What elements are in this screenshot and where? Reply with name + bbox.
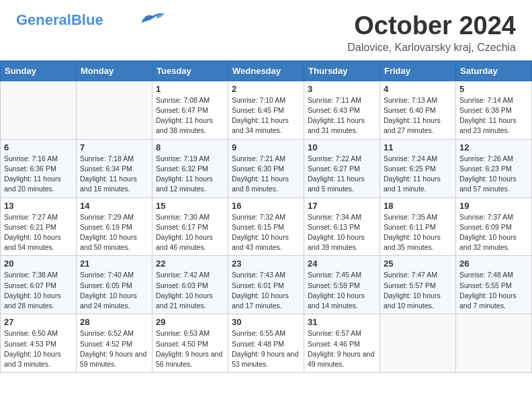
logo-blue: Blue [71,11,103,28]
logo-general: General [16,11,71,28]
day-number: 8 [156,142,224,152]
day-number: 19 [459,201,528,211]
calendar-week-row: 27Sunrise: 6:50 AM Sunset: 4:53 PM Dayli… [1,314,532,373]
calendar-table: SundayMondayTuesdayWednesdayThursdayFrid… [0,60,532,373]
day-of-week-header: Wednesday [228,60,304,81]
day-number: 27 [4,317,73,327]
day-info: Sunrise: 7:14 AM Sunset: 6:38 PM Dayligh… [459,95,528,136]
day-info: Sunrise: 7:32 AM Sunset: 6:15 PM Dayligh… [232,212,300,253]
day-number: 21 [80,259,148,269]
day-number: 23 [232,259,300,269]
calendar-day-cell: 21Sunrise: 7:40 AM Sunset: 6:05 PM Dayli… [77,256,152,314]
calendar-day-cell: 22Sunrise: 7:42 AM Sunset: 6:03 PM Dayli… [152,256,228,314]
day-number: 26 [459,259,528,269]
day-info: Sunrise: 6:53 AM Sunset: 4:50 PM Dayligh… [156,328,224,369]
calendar-day-cell: 20Sunrise: 7:38 AM Sunset: 6:07 PM Dayli… [1,256,77,314]
calendar-day-cell: 24Sunrise: 7:45 AM Sunset: 5:59 PM Dayli… [304,256,380,314]
day-of-week-header: Sunday [1,60,77,81]
day-number: 20 [4,259,73,269]
calendar-day-cell: 14Sunrise: 7:29 AM Sunset: 6:19 PM Dayli… [77,197,152,256]
calendar-day-cell: 9Sunrise: 7:21 AM Sunset: 6:30 PM Daylig… [228,139,304,197]
day-info: Sunrise: 7:34 AM Sunset: 6:13 PM Dayligh… [308,212,376,253]
calendar-day-cell [1,81,77,139]
day-number: 28 [80,317,148,327]
day-info: Sunrise: 7:11 AM Sunset: 6:43 PM Dayligh… [308,95,376,136]
calendar-day-cell: 11Sunrise: 7:24 AM Sunset: 6:25 PM Dayli… [380,139,456,197]
day-info: Sunrise: 7:38 AM Sunset: 6:07 PM Dayligh… [4,270,73,311]
calendar-day-cell: 31Sunrise: 6:57 AM Sunset: 4:46 PM Dayli… [304,314,380,373]
calendar-day-cell: 29Sunrise: 6:53 AM Sunset: 4:50 PM Dayli… [152,314,228,373]
day-number: 14 [80,201,148,211]
calendar-day-cell [456,314,532,373]
calendar-day-cell: 1Sunrise: 7:08 AM Sunset: 6:47 PM Daylig… [152,81,228,139]
calendar-header-row: SundayMondayTuesdayWednesdayThursdayFrid… [1,60,532,81]
day-info: Sunrise: 7:10 AM Sunset: 6:45 PM Dayligh… [232,95,300,136]
calendar-day-cell: 28Sunrise: 6:52 AM Sunset: 4:52 PM Dayli… [77,314,152,373]
day-info: Sunrise: 7:30 AM Sunset: 6:17 PM Dayligh… [156,212,224,253]
day-number: 13 [4,201,73,211]
calendar-day-cell: 8Sunrise: 7:19 AM Sunset: 6:32 PM Daylig… [152,139,228,197]
day-info: Sunrise: 7:26 AM Sunset: 6:23 PM Dayligh… [459,154,528,195]
logo-text: GeneralBlue [16,12,103,28]
calendar-day-cell: 5Sunrise: 7:14 AM Sunset: 6:38 PM Daylig… [456,81,532,139]
day-of-week-header: Saturday [456,60,532,81]
logo: GeneralBlue [16,12,165,28]
day-info: Sunrise: 7:47 AM Sunset: 5:57 PM Dayligh… [384,270,452,311]
calendar-week-row: 13Sunrise: 7:27 AM Sunset: 6:21 PM Dayli… [1,197,532,256]
day-of-week-header: Thursday [304,60,380,81]
calendar-day-cell: 12Sunrise: 7:26 AM Sunset: 6:23 PM Dayli… [456,139,532,197]
day-number: 25 [384,259,452,269]
page-header: GeneralBlue October 2024 Dalovice, Karlo… [0,0,532,60]
calendar-week-row: 1Sunrise: 7:08 AM Sunset: 6:47 PM Daylig… [1,81,532,139]
calendar-day-cell: 19Sunrise: 7:37 AM Sunset: 6:09 PM Dayli… [456,197,532,256]
calendar-day-cell: 10Sunrise: 7:22 AM Sunset: 6:27 PM Dayli… [304,139,380,197]
calendar-day-cell: 2Sunrise: 7:10 AM Sunset: 6:45 PM Daylig… [228,81,304,139]
calendar-day-cell: 30Sunrise: 6:55 AM Sunset: 4:48 PM Dayli… [228,314,304,373]
day-number: 24 [308,259,376,269]
day-info: Sunrise: 7:27 AM Sunset: 6:21 PM Dayligh… [4,212,73,253]
day-info: Sunrise: 6:55 AM Sunset: 4:48 PM Dayligh… [232,328,300,369]
calendar-day-cell: 15Sunrise: 7:30 AM Sunset: 6:17 PM Dayli… [152,197,228,256]
day-number: 4 [384,84,452,94]
day-info: Sunrise: 7:48 AM Sunset: 5:55 PM Dayligh… [459,270,528,311]
day-info: Sunrise: 7:43 AM Sunset: 6:01 PM Dayligh… [232,270,300,311]
day-info: Sunrise: 6:52 AM Sunset: 4:52 PM Dayligh… [80,328,148,369]
calendar-day-cell: 4Sunrise: 7:13 AM Sunset: 6:40 PM Daylig… [380,81,456,139]
day-info: Sunrise: 7:37 AM Sunset: 6:09 PM Dayligh… [459,212,528,253]
day-number: 2 [232,84,300,94]
day-info: Sunrise: 7:35 AM Sunset: 6:11 PM Dayligh… [384,212,452,253]
title-block: October 2024 Dalovice, Karlovarsky kraj,… [347,12,516,54]
logo-bird-icon [140,11,165,26]
day-of-week-header: Monday [77,60,152,81]
day-info: Sunrise: 6:50 AM Sunset: 4:53 PM Dayligh… [4,328,73,369]
calendar-day-cell: 18Sunrise: 7:35 AM Sunset: 6:11 PM Dayli… [380,197,456,256]
day-of-week-header: Friday [380,60,456,81]
calendar-day-cell: 13Sunrise: 7:27 AM Sunset: 6:21 PM Dayli… [1,197,77,256]
day-number: 17 [308,201,376,211]
day-number: 6 [4,142,73,152]
day-info: Sunrise: 7:18 AM Sunset: 6:34 PM Dayligh… [80,154,148,195]
day-info: Sunrise: 7:42 AM Sunset: 6:03 PM Dayligh… [156,270,224,311]
day-number: 12 [459,142,528,152]
calendar-week-row: 6Sunrise: 7:16 AM Sunset: 6:36 PM Daylig… [1,139,532,197]
calendar-day-cell: 7Sunrise: 7:18 AM Sunset: 6:34 PM Daylig… [77,139,152,197]
month-title: October 2024 [347,12,516,40]
day-info: Sunrise: 7:24 AM Sunset: 6:25 PM Dayligh… [384,154,452,195]
day-info: Sunrise: 7:22 AM Sunset: 6:27 PM Dayligh… [308,154,376,195]
calendar-day-cell: 6Sunrise: 7:16 AM Sunset: 6:36 PM Daylig… [1,139,77,197]
day-number: 7 [80,142,148,152]
day-info: Sunrise: 7:19 AM Sunset: 6:32 PM Dayligh… [156,154,224,195]
calendar-day-cell: 23Sunrise: 7:43 AM Sunset: 6:01 PM Dayli… [228,256,304,314]
day-number: 31 [308,317,376,327]
calendar-day-cell [77,81,152,139]
calendar-day-cell: 27Sunrise: 6:50 AM Sunset: 4:53 PM Dayli… [1,314,77,373]
day-number: 11 [384,142,452,152]
calendar-week-row: 20Sunrise: 7:38 AM Sunset: 6:07 PM Dayli… [1,256,532,314]
day-number: 5 [459,84,528,94]
day-number: 15 [156,201,224,211]
day-info: Sunrise: 7:08 AM Sunset: 6:47 PM Dayligh… [156,95,224,136]
calendar-day-cell: 26Sunrise: 7:48 AM Sunset: 5:55 PM Dayli… [456,256,532,314]
day-number: 22 [156,259,224,269]
day-info: Sunrise: 7:40 AM Sunset: 6:05 PM Dayligh… [80,270,148,311]
day-info: Sunrise: 7:29 AM Sunset: 6:19 PM Dayligh… [80,212,148,253]
